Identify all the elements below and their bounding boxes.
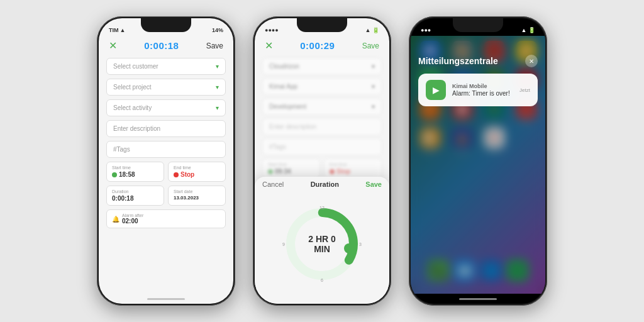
start-dot-2 bbox=[268, 169, 273, 174]
duration-picker-title: Duration bbox=[311, 180, 339, 188]
timer-display-1: 0:00:18 bbox=[144, 40, 179, 51]
activity-select-1[interactable]: Select activity ▾ bbox=[106, 99, 226, 116]
battery-text-1: 14% bbox=[212, 27, 223, 33]
chevron-down-icon: ▾ bbox=[372, 103, 375, 110]
end-time-box-1[interactable]: End time Stop bbox=[168, 162, 226, 182]
tags-placeholder-1: #Tags bbox=[113, 146, 130, 153]
chevron-down-icon: ▾ bbox=[216, 63, 219, 70]
ring-area: 2 HR 0 MIN 12 3 6 9 bbox=[255, 192, 389, 299]
start-time-value-1: 18:58 bbox=[112, 171, 158, 178]
battery-1: 14% bbox=[212, 27, 223, 33]
timer-display-2: 0:00:29 bbox=[300, 40, 335, 51]
alarm-value-1: 02:00 bbox=[122, 218, 143, 225]
time-row-1: Start time 18:58 End time Stop bbox=[106, 162, 226, 182]
customer-select-1[interactable]: Select customer ▾ bbox=[106, 58, 226, 75]
ring-time-display: 2 HR 0 MIN bbox=[302, 234, 343, 254]
chevron-down-icon: ▾ bbox=[372, 83, 375, 90]
carrier-3: ●●● bbox=[421, 27, 431, 33]
alarm-box-1[interactable]: 🔔 Alarm after 02:00 bbox=[106, 209, 226, 228]
phone-2: ●●●● 9:35 ▲ 🔋 ✕ 0:00:29 Save Cloudrizon … bbox=[253, 16, 391, 306]
start-time-box-1[interactable]: Start time 18:58 bbox=[106, 162, 164, 182]
project-select-2: Kimai App ▾ bbox=[262, 78, 382, 95]
battery-3: ▲ 🔋 bbox=[521, 27, 535, 33]
phone-3: ●●● 9:35 ▲ 🔋 💬 Messenger 📏 Maßband bbox=[409, 16, 547, 306]
wifi-icon-1: ▲ bbox=[120, 27, 126, 33]
start-time-label-1: Start time bbox=[112, 165, 158, 170]
description-placeholder-1: Enter description bbox=[113, 125, 160, 132]
tags-field-2: #Tags bbox=[262, 138, 382, 155]
notch-3 bbox=[453, 18, 503, 32]
notch-1 bbox=[141, 18, 191, 32]
project-placeholder-1: Select project bbox=[113, 84, 152, 91]
svg-point-2 bbox=[344, 243, 354, 253]
carrier-signal-1: TIM ▲ bbox=[109, 27, 125, 33]
save-button-1[interactable]: Save bbox=[206, 42, 223, 50]
close-button-1[interactable]: ✕ bbox=[109, 40, 117, 52]
chevron-down-icon: ▾ bbox=[216, 84, 219, 91]
customer-value-2: Cloudrizon bbox=[269, 63, 299, 70]
end-time-label-1: End time bbox=[174, 165, 220, 170]
notch-2 bbox=[297, 18, 347, 32]
end-time-value-1: Stop bbox=[174, 171, 220, 178]
duration-picker-header: Cancel Duration Save bbox=[255, 177, 389, 192]
duration-picker-modal[interactable]: Cancel Duration Save bbox=[255, 177, 389, 304]
notif-content: Kimai Mobile Alarm: Timer is over! bbox=[452, 83, 513, 97]
home-indicator-3 bbox=[459, 298, 497, 300]
form-area-1: Select customer ▾ Select project ▾ Selec… bbox=[99, 55, 233, 294]
mitteilungszentrale-header: Mitteilungszentrale ✕ bbox=[418, 55, 538, 67]
start-dot-icon bbox=[112, 172, 117, 177]
notification-card[interactable]: ▶ Kimai Mobile Alarm: Timer is over! Jet… bbox=[418, 74, 538, 106]
alarm-label-1: Alarm after bbox=[122, 213, 143, 218]
tags-field-1[interactable]: #Tags bbox=[106, 141, 226, 158]
project-value-2: Kimai App bbox=[269, 83, 297, 90]
chevron-down-icon: ▾ bbox=[372, 63, 375, 70]
start-date-label-1: Start date bbox=[174, 189, 220, 194]
duration-save-button[interactable]: Save bbox=[365, 180, 382, 188]
notif-message: Alarm: Timer is over! bbox=[452, 90, 513, 97]
phone-1: TIM ▲ 14:58 14% ✕ 0:00:18 Save Select cu… bbox=[97, 16, 235, 306]
home-bar-1 bbox=[99, 294, 233, 304]
home-bar-3 bbox=[411, 294, 545, 304]
mz-title: Mitteilungszentrale bbox=[418, 56, 498, 66]
duration-ring[interactable]: 2 HR 0 MIN 12 3 6 9 bbox=[281, 203, 363, 285]
duration-cancel-button[interactable]: Cancel bbox=[262, 180, 284, 188]
notif-time: Jetzt bbox=[519, 87, 530, 93]
app-header-2: ✕ 0:00:29 Save bbox=[255, 36, 389, 55]
end-time-box-2: End time Stop bbox=[324, 158, 382, 179]
ring-center: 2 HR 0 MIN bbox=[302, 234, 343, 254]
phones-container: TIM ▲ 14:58 14% ✕ 0:00:18 Save Select cu… bbox=[0, 0, 644, 322]
svg-point-3 bbox=[319, 209, 325, 216]
customer-placeholder-1: Select customer bbox=[113, 63, 158, 70]
notif-app-icon: ▶ bbox=[426, 80, 446, 100]
description-field-2: Enter description bbox=[262, 118, 382, 135]
duration-row-1: Duration 0:00:18 Start date 13.03.2023 bbox=[106, 186, 226, 206]
chevron-down-icon: ▾ bbox=[216, 104, 219, 111]
save-button-2[interactable]: Save bbox=[362, 42, 379, 50]
battery-icons-2: ▲ 🔋 bbox=[365, 27, 379, 33]
activity-select-2: Development ▾ bbox=[262, 98, 382, 115]
project-select-1[interactable]: Select project ▾ bbox=[106, 79, 226, 96]
carrier-2: ●●●● bbox=[265, 27, 279, 33]
home-indicator-1 bbox=[147, 298, 185, 300]
customer-select-2: Cloudrizon ▾ bbox=[262, 58, 382, 75]
app-header-1: ✕ 0:00:18 Save bbox=[99, 36, 233, 55]
start-date-value-1: 13.03.2023 bbox=[174, 195, 220, 201]
carrier-text-1: TIM bbox=[109, 27, 119, 33]
duration-box-1[interactable]: Duration 0:00:18 bbox=[106, 186, 164, 206]
activity-value-2: Development bbox=[269, 103, 306, 110]
description-field-1[interactable]: Enter description bbox=[106, 120, 226, 137]
duration-label-1: Duration bbox=[112, 189, 158, 194]
notif-app-name: Kimai Mobile bbox=[452, 83, 513, 89]
stop-dot-2 bbox=[330, 169, 335, 174]
close-button-2[interactable]: ✕ bbox=[265, 40, 273, 52]
start-time-box-2: Start time 09:34 bbox=[262, 158, 320, 179]
stop-dot-icon bbox=[174, 172, 179, 177]
start-date-box-1[interactable]: Start date 13.03.2023 bbox=[168, 186, 226, 206]
duration-value-1: 0:00:18 bbox=[112, 195, 158, 202]
mz-close-button[interactable]: ✕ bbox=[525, 55, 538, 67]
activity-placeholder-1: Select activity bbox=[113, 104, 152, 111]
phone3-background: 💬 Messenger 📏 Maßband 🎓 UniNow 👻 Snapcha… bbox=[411, 36, 545, 294]
alarm-icon: 🔔 bbox=[112, 216, 119, 223]
